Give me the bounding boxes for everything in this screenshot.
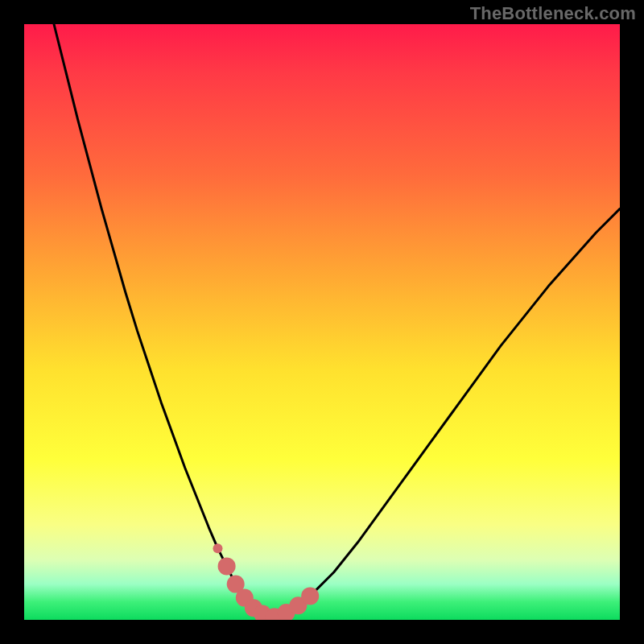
watermark-text: TheBottleneck.com (470, 3, 636, 24)
highlight-point (301, 587, 319, 605)
chart-frame (24, 24, 620, 620)
highlight-point (213, 543, 223, 553)
highlight-point (218, 557, 236, 575)
highlight-markers (24, 24, 620, 620)
